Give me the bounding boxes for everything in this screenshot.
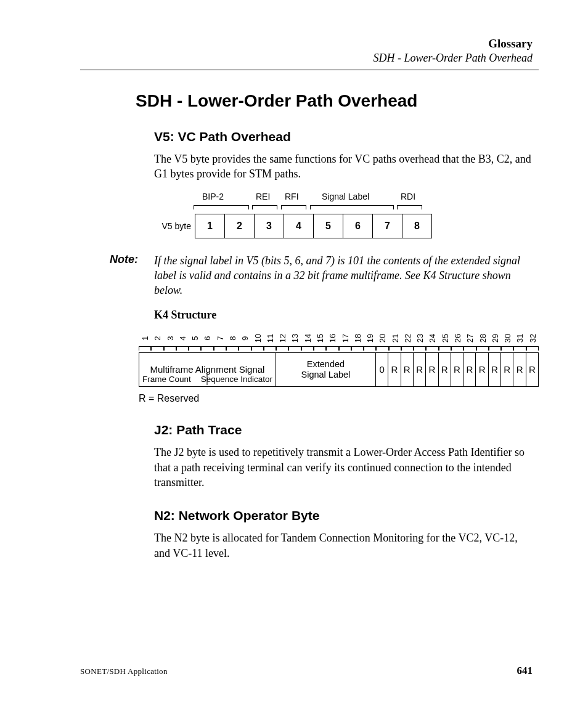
v5-bit-cell: 3 <box>255 214 284 238</box>
k4-field-reserved: R <box>501 352 513 387</box>
k4-field-mas: Multiframe Alignment Signal Frame Count … <box>139 352 276 387</box>
page-title: SDH - Lower-Order Path Overhead <box>136 91 539 111</box>
k4-structure-diagram: 1 2 3 4 5 6 7 8 9 10 11 12 13 14 15 16 1… <box>139 330 539 404</box>
k4-ticks <box>139 346 539 352</box>
v5-bit-cell: 4 <box>284 214 314 238</box>
k4-field-reserved: R <box>526 352 539 387</box>
k4-grid: Multiframe Alignment Signal Frame Count … <box>139 352 539 387</box>
k4-field-reserved: R <box>414 352 426 387</box>
k4-field-reserved: R <box>489 352 501 387</box>
note-block: Note: If the signal label in V5 (bits 5,… <box>110 253 533 298</box>
k4-esl-line2: Signal Label <box>301 370 351 380</box>
j2-heading: J2: Path Trace <box>154 423 539 437</box>
k4-field-reserved: R <box>463 352 476 387</box>
v5-bit-cell: 8 <box>402 214 432 238</box>
footer-page-number: 641 <box>517 665 533 677</box>
v5-bit-cell: 6 <box>343 214 373 238</box>
note-label: Note: <box>110 253 154 298</box>
k4-field-zero: 0 <box>376 352 388 387</box>
k4-field-reserved: R <box>439 352 451 387</box>
bracket <box>310 205 394 211</box>
bracket <box>281 205 306 211</box>
k4-field-reserved: R <box>476 352 488 387</box>
bracket <box>252 205 277 211</box>
k4-field-reserved: R <box>401 352 414 387</box>
k4-legend: R = Reserved <box>139 393 539 404</box>
n2-heading: N2: Network Operator Byte <box>154 508 539 523</box>
k4-esl-line1: Extended <box>307 359 345 370</box>
v5-label-rei: REI <box>256 192 270 201</box>
v5-byte-row: V5 byte 1 2 3 4 5 6 7 8 <box>154 214 539 238</box>
page-footer: SONET/SDH Application 641 <box>80 665 533 677</box>
header-subsection: SDH - Lower-Order Path Overhead <box>80 52 533 65</box>
v5-label-rdi: RDI <box>401 192 415 201</box>
v5-field-labels: BIP-2 REI RFI Signal Label RDI <box>154 192 539 205</box>
v5-brackets <box>154 205 539 214</box>
page: Glossary SDH - Lower-Order Path Overhead… <box>0 0 588 714</box>
v5-byte-diagram: BIP-2 REI RFI Signal Label RDI V5 byte 1… <box>154 192 539 238</box>
v5-row-caption: V5 byte <box>154 214 195 238</box>
footer-app-name: SONET/SDH Application <box>80 667 168 676</box>
v5-bit-cell: 2 <box>225 214 255 238</box>
v5-bit-cell: 5 <box>314 214 343 238</box>
k4-field-reserved: R <box>451 352 463 387</box>
k4-mas-frame-count: Frame Count <box>142 375 191 384</box>
v5-paragraph: The V5 byte provides the same functions … <box>154 152 533 182</box>
v5-bit-cell: 7 <box>373 214 402 238</box>
v5-label-rfi: RFI <box>285 192 299 201</box>
k4-bit-numbers: 1 2 3 4 5 6 7 8 9 10 11 12 13 14 15 16 1… <box>139 330 539 346</box>
v5-label-signal-label: Signal Label <box>322 192 369 201</box>
bracket <box>397 205 422 211</box>
header-rule <box>80 70 539 70</box>
k4-field-reserved: R <box>388 352 401 387</box>
v5-label-bip2: BIP-2 <box>202 192 224 201</box>
k4-field-reserved: R <box>426 352 438 387</box>
j2-paragraph: The J2 byte is used to repetitively tran… <box>154 445 533 490</box>
note-text: If the signal label in V5 (bits 5, 6, an… <box>154 253 533 298</box>
v5-bit-cell: 1 <box>195 214 225 238</box>
k4-structure-heading: K4 Structure <box>154 309 539 322</box>
k4-field-reserved: R <box>513 352 526 387</box>
k4-mas-sequence-indicator: Sequence Indicator <box>201 375 272 384</box>
page-header: Glossary SDH - Lower-Order Path Overhead <box>80 37 533 65</box>
k4-field-extended-signal-label: Extended Signal Label <box>276 352 376 387</box>
v5-heading: V5: VC Path Overhead <box>154 129 539 144</box>
header-section: Glossary <box>80 37 533 51</box>
bracket <box>194 205 249 211</box>
k4-bit-number: 32 <box>525 332 541 344</box>
n2-paragraph: The N2 byte is allocated for Tandem Conn… <box>154 530 533 561</box>
